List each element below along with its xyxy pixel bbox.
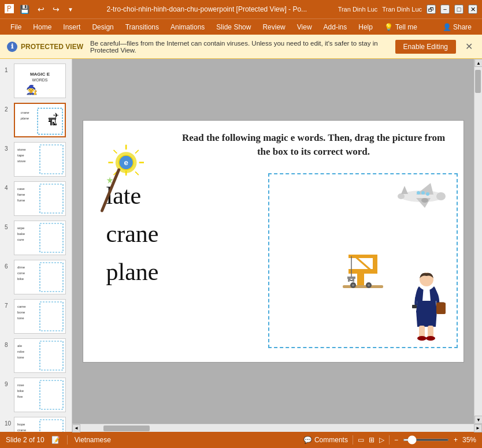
scroll-thumb-horizontal[interactable] [103,425,150,431]
slide-img-7[interactable]: came bone tone [14,299,66,334]
plane-image[interactable] [393,180,451,212]
svg-rect-73 [343,285,383,288]
svg-text:wipe: wipe [17,226,25,230]
scroll-left-button[interactable]: ◄ [72,424,80,432]
slide-img-10[interactable]: hope crane line [14,417,66,432]
enable-editing-button[interactable]: Enable Editing [395,40,456,54]
slide-num-10: 10 [5,417,12,427]
user-name: Tran Dinh Luc [338,6,378,13]
svg-text:case: case [17,187,25,191]
slide-thumb-2[interactable]: 2 crane plane 🏗 ✈ [3,102,68,139]
slide-thumb-5[interactable]: 5 wipe bake cure [3,219,68,256]
menu-home[interactable]: Home [27,21,57,33]
close-button[interactable]: ✕ [468,5,477,14]
slide-thumb-1[interactable]: 1 MAGIC E WORDS 🧙 [3,62,68,99]
close-protected-bar-button[interactable]: ✕ [463,41,475,52]
svg-rect-90 [436,303,446,314]
svg-point-75 [352,284,354,286]
zoom-slider[interactable] [403,439,449,441]
slide-thumb-6[interactable]: 6 dime cone bike [3,259,68,296]
slide-num-9: 9 [5,378,12,387]
content-area: e [72,59,474,424]
zoom-out-button[interactable]: − [394,436,398,444]
svg-line-62 [102,170,118,211]
svg-text:five: five [17,395,23,398]
svg-text:bike: bike [17,277,24,281]
slide-thumb-10[interactable]: 10 hope crane line [3,416,68,432]
svg-text:crane: crane [21,111,29,114]
slide-num-3: 3 [5,142,12,152]
svg-text:cone: cone [17,271,25,275]
slide-img-8[interactable]: ale robe tone [14,338,66,373]
save-button[interactable]: 💾 [17,3,32,15]
comment-icon: 💬 [303,436,312,444]
svg-rect-92 [412,305,417,308]
slide-canvas: e [83,120,464,363]
vertical-scrollbar[interactable]: ▲ ▼ [474,59,482,424]
svg-point-83 [417,191,420,195]
share-button[interactable]: 👤 Share [437,21,477,33]
slide-thumb-4[interactable]: 4 case fame fume [3,180,68,217]
zoom-level: 35% [462,436,476,444]
undo-button[interactable]: ↩ [35,3,47,15]
comments-button[interactable]: 💬 Comments [303,436,348,444]
scroll-thumb-vertical[interactable] [475,70,481,93]
zoom-in-button[interactable]: + [454,436,458,444]
slide-img-3[interactable]: [No Title] stone tape stove [14,142,66,177]
status-right: 💬 Comments ▭ ⊞ ▷ − + 35% [303,435,476,445]
svg-text:dime: dime [17,266,25,269]
scroll-right-button[interactable]: ► [474,424,482,432]
menu-file[interactable]: File [5,21,27,33]
slide-thumb-8[interactable]: 8 ale robe tone [3,337,68,374]
tell-me-input[interactable]: 💡 Tell me [379,21,423,33]
slide-thumb-3[interactable]: 3 [No Title] stone tape stove [3,141,68,178]
menu-animations[interactable]: Animations [165,21,210,33]
menu-view[interactable]: View [291,21,318,33]
slide-thumb-7[interactable]: 7 came bone tone [3,298,68,335]
slide-img-4[interactable]: case fame fume [14,181,66,216]
menu-design[interactable]: Design [86,21,119,33]
customize-button[interactable]: ▼ [65,5,76,14]
slide-img-9[interactable]: rose bike five [14,378,66,412]
svg-point-80 [398,193,405,199]
svg-line-61 [135,171,139,175]
menu-insert[interactable]: Insert [57,21,86,33]
minimize-button[interactable]: − [440,5,450,14]
slide-num-5: 5 [5,221,12,230]
slide-img-6[interactable]: dime cone bike [14,260,66,294]
svg-rect-71 [348,279,350,282]
svg-point-88 [417,336,427,341]
svg-text:tone: tone [17,356,24,359]
svg-text:plane: plane [20,117,29,120]
protected-view-bar: ℹ PROTECTED VIEW Be careful—files from t… [0,35,482,59]
menu-slideshow[interactable]: Slide Show [210,21,257,33]
svg-text:rose: rose [17,383,24,387]
slide-thumb-9[interactable]: 9 rose bike five [3,376,68,413]
svg-rect-67 [348,255,377,258]
svg-text:fame: fame [17,193,25,196]
view-normal-icon[interactable]: ▭ [358,436,364,444]
woman-image[interactable] [405,269,448,344]
scroll-up-button[interactable]: ▲ [474,59,482,67]
menu-help[interactable]: Help [353,21,379,33]
scroll-track-horizontal[interactable] [80,425,474,432]
menu-transitions[interactable]: Transitions [120,21,165,33]
slide-drag-area[interactable] [268,173,458,348]
svg-text:bone: bone [17,311,25,314]
slide-panel: 1 MAGIC E WORDS 🧙 2 crane plane 🏗 [0,59,72,432]
slide-img-5[interactable]: wipe bake cure [14,221,66,255]
scroll-track-vertical[interactable] [474,67,482,416]
crane-image[interactable] [337,232,389,289]
horizontal-scrollbar[interactable]: ◄ ► [72,424,482,432]
restore-down-button[interactable]: 🗗 [427,5,436,14]
slide-img-1[interactable]: MAGIC E WORDS 🧙 [14,64,66,98]
view-present-icon[interactable]: ▷ [379,436,384,444]
scroll-down-button[interactable]: ▼ [474,416,482,424]
maximize-button[interactable]: □ [454,5,464,14]
slide-img-2[interactable]: crane plane 🏗 ✈ [14,103,66,137]
info-icon: ℹ [7,42,17,52]
menu-review[interactable]: Review [257,21,291,33]
view-grid-icon[interactable]: ⊞ [369,436,375,444]
menu-addins[interactable]: Add-ins [318,21,353,33]
redo-button[interactable]: ↪ [50,3,62,15]
